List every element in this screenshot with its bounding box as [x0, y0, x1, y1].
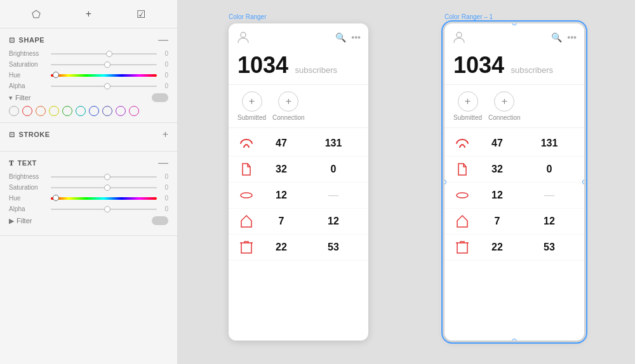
text-saturation-value: 0	[161, 184, 168, 191]
row3-icon-1	[237, 186, 255, 204]
table-row-1-1: 47 131	[229, 131, 368, 157]
text-brightness-value: 0	[161, 173, 168, 180]
brightness-label: Brightness	[9, 50, 47, 57]
more-icon-2[interactable]: •••	[567, 32, 577, 42]
row1-num2-2: 131	[523, 138, 575, 149]
phone-frame-1[interactable]: 🔍 ••• 1034 subscribers + Submitted + Con…	[229, 23, 368, 341]
connection-circle-2: +	[494, 91, 514, 112]
phone1-action-buttons: + Submitted + Connection	[229, 85, 368, 128]
submitted-btn-2[interactable]: + Submitted	[453, 91, 482, 121]
avatar-icon-1	[236, 30, 251, 45]
color-circle-2[interactable]	[36, 106, 46, 116]
color-circle-9[interactable]	[129, 106, 139, 116]
row1-icon-1	[237, 134, 255, 152]
stroke-add-btn[interactable]: +	[163, 129, 168, 140]
svg-point-3	[457, 193, 468, 198]
text-section-header: 𝐓 TEXT —	[9, 158, 168, 168]
text-alpha-label: Alpha	[9, 205, 47, 212]
frame2-wrapper: Color Ranger – 1 🔍 •••	[444, 23, 584, 341]
row4-num1-2: 7	[471, 216, 523, 227]
table-row-1-2: 47 131	[444, 131, 584, 157]
handle-br[interactable]	[582, 339, 584, 341]
text-title: 𝐓 TEXT	[9, 159, 37, 167]
text-alpha-thumb[interactable]	[104, 206, 110, 212]
text-hue-slider-row: Hue 0	[9, 195, 168, 202]
color-circle-0[interactable]	[9, 106, 19, 116]
text-alpha-track[interactable]	[51, 209, 157, 210]
row2-icon-2	[453, 160, 471, 178]
text-saturation-thumb[interactable]	[104, 185, 110, 191]
checkbox-icon[interactable]: ☑	[133, 6, 149, 22]
alpha-track[interactable]	[51, 86, 157, 87]
brightness-thumb[interactable]	[106, 51, 112, 57]
more-icon-1[interactable]: •••	[351, 32, 361, 42]
handle-tr[interactable]	[582, 23, 584, 25]
text-brightness-track[interactable]	[51, 176, 157, 178]
color-circle-7[interactable]	[102, 106, 112, 116]
shape-icon[interactable]: ⬠	[29, 6, 44, 22]
table-row-2-1: 32 0	[229, 157, 368, 183]
shape-collapse-btn[interactable]: —	[158, 35, 168, 45]
left-panel: ⬠ + ☑ ⊡ SHAPE — Brightness 0 Saturation	[0, 0, 178, 364]
subscribers-label-2: subscribers	[511, 65, 553, 75]
text-brightness-thumb[interactable]	[104, 174, 110, 180]
row1-num1-2: 47	[471, 138, 523, 149]
saturation-track[interactable]	[51, 64, 157, 65]
alpha-thumb[interactable]	[104, 83, 110, 89]
connection-label-2: Connection	[488, 114, 521, 121]
color-circle-3[interactable]	[49, 106, 59, 116]
row4-num2-2: 12	[523, 216, 575, 227]
text-hue-label: Hue	[9, 195, 47, 202]
svg-point-1	[241, 193, 252, 198]
phone2-stats: 1034 subscribers	[444, 49, 584, 85]
row3-icon-2	[453, 186, 471, 204]
text-saturation-track[interactable]	[51, 187, 157, 188]
handle-mr[interactable]	[582, 179, 584, 185]
hue-thumb[interactable]	[53, 72, 59, 78]
table-row-3-1: 12 —	[229, 183, 368, 209]
connection-btn-1[interactable]: + Connection	[272, 91, 305, 121]
submitted-circle-1: +	[242, 91, 262, 112]
shape-section: ⊡ SHAPE — Brightness 0 Saturation 0 Hue	[0, 29, 177, 123]
add-icon[interactable]: +	[81, 6, 96, 22]
search-icon-1[interactable]: 🔍	[335, 32, 346, 42]
phone1-action-icons: 🔍 •••	[335, 32, 361, 42]
text-hue-track[interactable]	[51, 197, 157, 200]
color-circle-8[interactable]	[116, 106, 126, 116]
text-hue-thumb[interactable]	[53, 195, 59, 201]
text-collapse-btn[interactable]: —	[158, 158, 168, 168]
row4-icon-2	[453, 212, 471, 230]
phone1-data-table: 47 131 32 0 12 —	[229, 128, 368, 341]
row3-dash-1: —	[307, 190, 359, 201]
text-filter-toggle[interactable]	[152, 216, 168, 225]
row2-icon-1	[237, 160, 255, 178]
brightness-track[interactable]	[51, 53, 157, 55]
shape-filter-label: ▾ Filter	[9, 94, 30, 102]
text-section-icon: 𝐓	[9, 159, 14, 167]
frame1-label: Color Ranger	[229, 13, 266, 20]
color-circle-5[interactable]	[76, 106, 86, 116]
hue-track[interactable]	[51, 74, 157, 77]
text-alpha-value: 0	[161, 205, 168, 212]
color-circle-6[interactable]	[89, 106, 99, 116]
color-circle-1[interactable]	[22, 106, 32, 116]
subscribers-count-1: 1034	[237, 52, 288, 78]
color-circle-4[interactable]	[62, 106, 72, 116]
row3-dash-2: —	[523, 190, 575, 201]
row1-num1-1: 47	[255, 138, 307, 149]
handle-bl[interactable]	[444, 339, 446, 341]
chevron-down-icon: ▾	[9, 94, 13, 102]
saturation-thumb[interactable]	[104, 62, 110, 68]
handle-bm[interactable]	[512, 339, 517, 341]
connection-btn-2[interactable]: + Connection	[488, 91, 521, 121]
alpha-value: 0	[161, 82, 168, 89]
shape-filter-toggle[interactable]	[152, 93, 168, 102]
frame1-wrapper: Color Ranger 🔍 ••• 1034 subscribers	[229, 23, 368, 341]
table-row-5-2: 22 53	[444, 235, 584, 261]
submitted-btn-1[interactable]: + Submitted	[237, 91, 266, 121]
row3-num1-1: 12	[255, 190, 307, 201]
phone-frame-2[interactable]: 🔍 ••• 1034 subscribers + Submitted + Con…	[444, 23, 584, 341]
search-icon-2[interactable]: 🔍	[551, 32, 562, 42]
text-section: 𝐓 TEXT — Brightness 0 Saturation 0 Hue	[0, 152, 177, 236]
shape-title: ⊡ SHAPE	[9, 36, 44, 44]
